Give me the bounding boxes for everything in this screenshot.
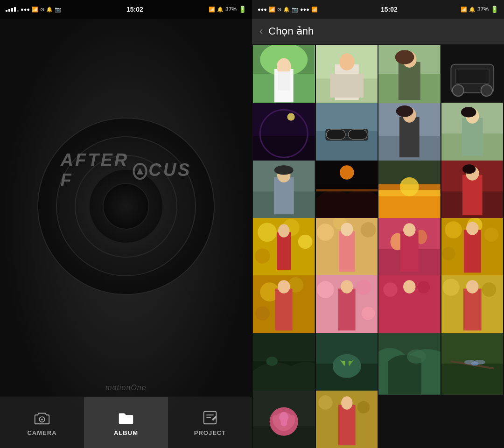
svg-rect-110 [463,289,481,331]
svg-rect-75 [338,231,355,272]
nav-item-album[interactable]: ALBUM [84,397,168,448]
svg-point-84 [445,221,462,238]
svg-rect-105 [400,289,419,331]
svg-rect-47 [274,177,294,214]
svg-point-67 [298,235,313,249]
svg-point-86 [484,227,498,242]
photo-cell[interactable] [253,218,315,280]
right-header: ‹ Chọn ảnh [252,19,504,44]
app-title: AFTER F CUS [61,150,192,190]
svg-point-104 [418,281,430,294]
svg-rect-37 [399,117,420,158]
svg-point-114 [266,357,278,366]
right-battery-pct: 37% [477,6,489,13]
photo-cell[interactable] [441,275,504,337]
svg-point-25 [481,85,492,96]
svg-rect-88 [463,230,481,273]
photo-cell[interactable] [253,103,315,165]
svg-point-119 [407,350,426,364]
svg-point-29 [287,113,294,121]
photo-cell[interactable] [441,218,504,280]
edit-icon [201,409,219,427]
svg-point-70 [278,224,289,238]
svg-point-125 [474,360,485,365]
bottom-navigation: CAMERA ALBUM PROJECT [0,397,252,448]
svg-point-63 [462,164,476,174]
svg-point-52 [339,165,354,180]
photo-cell[interactable] [441,333,504,395]
svg-point-98 [356,280,371,295]
svg-rect-18 [399,62,420,100]
svg-point-65 [258,223,277,242]
right-panel: ●●● 📶 ⊙ 🔔 📷 ●●● 📶 15:02 📶 🔔 37% 🔋 ‹ Chọn… [252,0,504,448]
svg-rect-15 [330,74,363,98]
svg-point-137 [341,396,352,410]
svg-point-106 [403,280,416,294]
photo-cell[interactable] [253,391,315,448]
svg-point-89 [466,222,479,235]
photo-cell[interactable] [253,45,315,107]
photo-cell[interactable] [378,218,441,280]
svg-point-14 [339,53,354,70]
svg-point-72 [317,224,334,241]
left-status-time: 15:02 [126,6,143,13]
photo-cell[interactable] [316,218,378,280]
photo-cell[interactable] [378,275,441,337]
svg-point-101 [341,280,353,294]
photo-cell[interactable] [441,45,504,107]
svg-point-1 [41,419,43,420]
svg-rect-61 [462,175,482,215]
svg-point-97 [317,281,334,298]
photo-cell[interactable] [316,103,378,165]
photo-cell[interactable] [441,103,504,165]
nav-label-project: PROJECT [194,429,226,436]
photo-cell[interactable] [378,333,441,395]
svg-point-111 [466,280,479,294]
svg-point-44 [461,107,476,117]
svg-point-108 [442,279,460,296]
nav-label-camera: CAMERA [27,429,56,436]
photo-cell[interactable] [316,45,378,107]
photo-cell[interactable] [316,161,378,223]
photo-cell[interactable] [378,45,441,107]
app-title-text-cus: CUS [148,160,191,180]
app-title-text-after: AFTER F [61,150,132,190]
photo-cell[interactable] [316,333,378,395]
svg-point-103 [383,282,398,297]
nav-item-camera[interactable]: CAMERA [0,397,84,448]
svg-point-24 [452,85,463,96]
left-battery-icons: 📶 🔔 37% 🔋 [209,6,246,13]
svg-point-87 [442,247,455,260]
right-status-time: 15:02 [381,6,398,13]
svg-point-58 [400,177,419,196]
svg-point-135 [357,401,370,413]
svg-point-95 [278,280,290,294]
signal-dots [6,7,19,12]
svg-rect-53 [316,189,378,191]
photo-cell[interactable] [378,161,441,223]
svg-rect-33 [326,130,345,139]
svg-rect-69 [277,232,291,270]
photo-cell[interactable] [253,161,315,223]
photo-cell[interactable] [253,275,315,337]
photo-cell[interactable] [316,275,378,337]
photo-cell[interactable] [441,161,504,223]
photo-cell[interactable] [316,391,378,448]
back-button[interactable]: ‹ [259,25,263,37]
left-battery-pct: 37% [225,6,237,13]
svg-point-20 [395,50,414,64]
camera-icon [33,409,51,427]
svg-rect-136 [338,405,355,445]
right-signal-icons: ●●● 📶 ⊙ 🔔 📷 ●●● 📶 [258,7,318,13]
svg-rect-42 [462,118,483,156]
svg-point-49 [274,165,294,175]
svg-rect-100 [338,289,355,331]
svg-rect-94 [275,289,293,331]
branding-label: motionOne [105,384,146,392]
nav-item-project[interactable]: PROJECT [168,397,252,448]
svg-point-73 [360,222,376,238]
photo-cell[interactable] [253,333,315,395]
photo-cell[interactable] [378,103,441,165]
photo-grid [252,44,504,448]
right-status-bar: ●●● 📶 ⊙ 🔔 📷 ●●● 📶 15:02 📶 🔔 37% 🔋 [252,0,504,19]
